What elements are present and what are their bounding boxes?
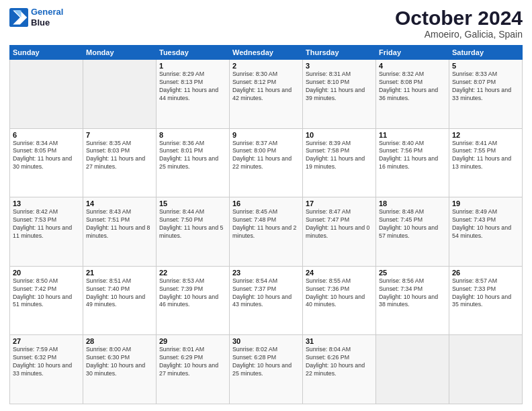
- weekday-header: Saturday: [449, 46, 523, 60]
- logo-line2: Blue: [31, 17, 63, 28]
- day-info: Sunrise: 8:51 AM Sunset: 7:40 PM Dayligh…: [86, 277, 153, 310]
- calendar-cell: 11Sunrise: 8:40 AM Sunset: 7:56 PM Dayli…: [376, 128, 449, 197]
- day-number: 14: [86, 199, 153, 208]
- calendar-cell: 31Sunrise: 8:04 AM Sunset: 6:26 PM Dayli…: [303, 335, 376, 404]
- calendar-cell: 30Sunrise: 8:02 AM Sunset: 6:28 PM Dayli…: [230, 335, 303, 404]
- calendar-cell: 7Sunrise: 8:35 AM Sunset: 8:03 PM Daylig…: [83, 128, 157, 197]
- day-info: Sunrise: 8:37 AM Sunset: 8:00 PM Dayligh…: [232, 140, 300, 172]
- calendar-cell: 21Sunrise: 8:51 AM Sunset: 7:40 PM Dayli…: [83, 266, 157, 335]
- day-number: 28: [86, 337, 153, 345]
- calendar-cell: [10, 60, 83, 129]
- day-number: 9: [232, 131, 300, 139]
- header: General Blue October 2024 Amoeiro, Galic…: [9, 7, 523, 40]
- day-info: Sunrise: 8:43 AM Sunset: 7:51 PM Dayligh…: [86, 208, 153, 240]
- calendar-cell: [449, 335, 523, 404]
- day-number: 27: [13, 337, 80, 345]
- calendar-week-row: 1Sunrise: 8:29 AM Sunset: 8:13 PM Daylig…: [10, 60, 523, 129]
- day-number: 19: [452, 199, 519, 208]
- day-info: Sunrise: 8:53 AM Sunset: 7:39 PM Dayligh…: [159, 277, 226, 310]
- day-info: Sunrise: 8:36 AM Sunset: 8:01 PM Dayligh…: [159, 140, 226, 172]
- calendar-cell: 29Sunrise: 8:01 AM Sunset: 6:29 PM Dayli…: [157, 335, 230, 404]
- day-info: Sunrise: 8:00 AM Sunset: 6:30 PM Dayligh…: [86, 346, 153, 378]
- logo-line1: General: [31, 7, 63, 17]
- day-info: Sunrise: 8:35 AM Sunset: 8:03 PM Dayligh…: [86, 140, 153, 172]
- day-number: 20: [13, 269, 80, 277]
- weekday-header: Friday: [376, 46, 449, 60]
- calendar-header-row: SundayMondayTuesdayWednesdayThursdayFrid…: [10, 46, 523, 60]
- calendar-cell: 28Sunrise: 8:00 AM Sunset: 6:30 PM Dayli…: [83, 335, 157, 404]
- title-block: October 2024 Amoeiro, Galicia, Spain: [395, 7, 523, 40]
- day-info: Sunrise: 8:02 AM Sunset: 6:28 PM Dayligh…: [232, 346, 300, 378]
- day-number: 13: [13, 199, 80, 208]
- day-number: 5: [452, 62, 519, 70]
- day-info: Sunrise: 8:34 AM Sunset: 8:05 PM Dayligh…: [13, 140, 80, 172]
- day-info: Sunrise: 8:44 AM Sunset: 7:50 PM Dayligh…: [159, 208, 226, 240]
- day-info: Sunrise: 7:59 AM Sunset: 6:32 PM Dayligh…: [13, 346, 80, 378]
- calendar-cell: 18Sunrise: 8:48 AM Sunset: 7:45 PM Dayli…: [376, 197, 449, 267]
- day-info: Sunrise: 8:30 AM Sunset: 8:12 PM Dayligh…: [232, 71, 300, 103]
- weekday-header: Wednesday: [230, 46, 303, 60]
- day-number: 15: [159, 199, 226, 208]
- calendar-week-row: 6Sunrise: 8:34 AM Sunset: 8:05 PM Daylig…: [10, 128, 523, 197]
- calendar-cell: 24Sunrise: 8:55 AM Sunset: 7:36 PM Dayli…: [303, 266, 376, 335]
- calendar-cell: 13Sunrise: 8:42 AM Sunset: 7:53 PM Dayli…: [10, 197, 83, 267]
- calendar-cell: 10Sunrise: 8:39 AM Sunset: 7:58 PM Dayli…: [303, 128, 376, 197]
- calendar-cell: 23Sunrise: 8:54 AM Sunset: 7:37 PM Dayli…: [230, 266, 303, 335]
- day-info: Sunrise: 8:42 AM Sunset: 7:53 PM Dayligh…: [13, 208, 80, 240]
- day-info: Sunrise: 8:41 AM Sunset: 7:55 PM Dayligh…: [452, 140, 519, 172]
- day-number: 4: [379, 62, 446, 70]
- calendar-cell: 19Sunrise: 8:49 AM Sunset: 7:43 PM Dayli…: [449, 197, 523, 267]
- day-number: 3: [306, 62, 373, 70]
- weekday-header: Thursday: [303, 46, 376, 60]
- day-info: Sunrise: 8:32 AM Sunset: 8:08 PM Dayligh…: [379, 71, 446, 103]
- day-number: 30: [232, 337, 300, 345]
- day-number: 11: [379, 131, 446, 139]
- calendar-week-row: 13Sunrise: 8:42 AM Sunset: 7:53 PM Dayli…: [10, 197, 523, 267]
- day-info: Sunrise: 8:47 AM Sunset: 7:47 PM Dayligh…: [306, 208, 373, 240]
- logo: General Blue: [9, 7, 63, 28]
- day-info: Sunrise: 8:33 AM Sunset: 8:07 PM Dayligh…: [452, 71, 519, 103]
- calendar-cell: 5Sunrise: 8:33 AM Sunset: 8:07 PM Daylig…: [449, 60, 523, 129]
- calendar-cell: 4Sunrise: 8:32 AM Sunset: 8:08 PM Daylig…: [376, 60, 449, 129]
- day-info: Sunrise: 8:49 AM Sunset: 7:43 PM Dayligh…: [452, 208, 519, 240]
- day-info: Sunrise: 8:48 AM Sunset: 7:45 PM Dayligh…: [379, 208, 446, 240]
- calendar-cell: [376, 335, 449, 404]
- month-title: October 2024: [395, 7, 523, 29]
- day-number: 24: [306, 269, 373, 277]
- location-title: Amoeiro, Galicia, Spain: [395, 29, 523, 40]
- day-number: 12: [452, 131, 519, 139]
- day-info: Sunrise: 8:56 AM Sunset: 7:34 PM Dayligh…: [379, 277, 446, 310]
- day-info: Sunrise: 8:39 AM Sunset: 7:58 PM Dayligh…: [306, 140, 373, 172]
- day-number: 21: [86, 269, 153, 277]
- calendar-cell: 27Sunrise: 7:59 AM Sunset: 6:32 PM Dayli…: [10, 335, 83, 404]
- page-container: General Blue October 2024 Amoeiro, Galic…: [0, 0, 532, 411]
- calendar-cell: 8Sunrise: 8:36 AM Sunset: 8:01 PM Daylig…: [157, 128, 230, 197]
- day-info: Sunrise: 8:57 AM Sunset: 7:33 PM Dayligh…: [452, 277, 519, 310]
- day-number: 10: [306, 131, 373, 139]
- day-info: Sunrise: 8:01 AM Sunset: 6:29 PM Dayligh…: [159, 346, 226, 378]
- calendar-cell: 15Sunrise: 8:44 AM Sunset: 7:50 PM Dayli…: [157, 197, 230, 267]
- calendar-cell: 9Sunrise: 8:37 AM Sunset: 8:00 PM Daylig…: [230, 128, 303, 197]
- day-info: Sunrise: 8:45 AM Sunset: 7:48 PM Dayligh…: [232, 208, 300, 240]
- calendar-cell: 12Sunrise: 8:41 AM Sunset: 7:55 PM Dayli…: [449, 128, 523, 197]
- calendar-table: SundayMondayTuesdayWednesdayThursdayFrid…: [9, 45, 523, 404]
- weekday-header: Monday: [83, 46, 157, 60]
- calendar-cell: 26Sunrise: 8:57 AM Sunset: 7:33 PM Dayli…: [449, 266, 523, 335]
- calendar-cell: 22Sunrise: 8:53 AM Sunset: 7:39 PM Dayli…: [157, 266, 230, 335]
- day-info: Sunrise: 8:29 AM Sunset: 8:13 PM Dayligh…: [159, 71, 226, 103]
- day-info: Sunrise: 8:04 AM Sunset: 6:26 PM Dayligh…: [306, 346, 373, 378]
- calendar-cell: [83, 60, 157, 129]
- calendar-cell: 16Sunrise: 8:45 AM Sunset: 7:48 PM Dayli…: [230, 197, 303, 267]
- day-info: Sunrise: 8:40 AM Sunset: 7:56 PM Dayligh…: [379, 140, 446, 172]
- day-info: Sunrise: 8:50 AM Sunset: 7:42 PM Dayligh…: [13, 277, 80, 310]
- day-number: 26: [452, 269, 519, 277]
- day-number: 8: [159, 131, 226, 139]
- logo-icon: [9, 8, 28, 27]
- day-info: Sunrise: 8:55 AM Sunset: 7:36 PM Dayligh…: [306, 277, 373, 310]
- calendar-cell: 6Sunrise: 8:34 AM Sunset: 8:05 PM Daylig…: [10, 128, 83, 197]
- day-number: 2: [232, 62, 300, 70]
- calendar-cell: 14Sunrise: 8:43 AM Sunset: 7:51 PM Dayli…: [83, 197, 157, 267]
- calendar-cell: 25Sunrise: 8:56 AM Sunset: 7:34 PM Dayli…: [376, 266, 449, 335]
- day-number: 31: [306, 337, 373, 345]
- calendar-week-row: 20Sunrise: 8:50 AM Sunset: 7:42 PM Dayli…: [10, 266, 523, 335]
